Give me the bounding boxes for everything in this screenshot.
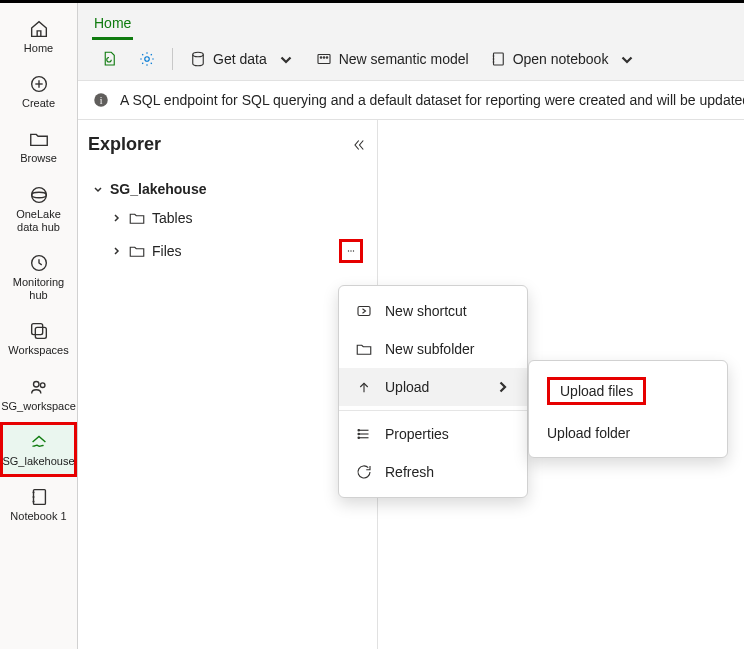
open-notebook-label: Open notebook xyxy=(513,51,609,67)
svg-point-28 xyxy=(353,250,354,251)
tree-files-label: Files xyxy=(152,243,333,259)
svg-point-18 xyxy=(323,57,325,59)
monitor-icon xyxy=(28,252,50,274)
get-data-label: Get data xyxy=(213,51,267,67)
menu-new-subfolder[interactable]: New subfolder xyxy=(339,330,527,368)
gear-icon xyxy=(138,50,156,68)
chevron-right-icon xyxy=(493,378,511,396)
upload-files-highlight: Upload files xyxy=(547,377,646,405)
tree-tables-label: Tables xyxy=(152,210,363,226)
submenu-upload-folder[interactable]: Upload folder xyxy=(529,415,727,451)
rail-sg-lakehouse[interactable]: SG_lakehouse xyxy=(0,422,77,477)
folder-icon xyxy=(128,242,146,260)
rail-sg-lakehouse-label: SG_lakehouse xyxy=(2,455,74,468)
menu-properties-label: Properties xyxy=(385,426,449,442)
svg-point-35 xyxy=(358,437,360,439)
tree-root-label: SG_lakehouse xyxy=(110,181,363,197)
svg-point-26 xyxy=(348,250,349,251)
menu-properties[interactable]: Properties xyxy=(339,415,527,453)
menu-new-subfolder-label: New subfolder xyxy=(385,341,475,357)
app-root: Home Create Browse OneLake data hub Moni… xyxy=(0,0,744,649)
info-text: A SQL endpoint for SQL querying and a de… xyxy=(120,92,744,108)
svg-point-34 xyxy=(358,433,360,435)
svg-point-14 xyxy=(145,57,150,62)
new-semantic-model-button[interactable]: New semantic model xyxy=(307,46,477,72)
workspaces-icon xyxy=(28,320,50,342)
folder-icon xyxy=(28,128,50,150)
rail-home[interactable]: Home xyxy=(0,9,77,64)
refresh-small-button[interactable] xyxy=(92,46,126,72)
upload-submenu: Upload files Upload folder xyxy=(528,360,728,458)
svg-point-33 xyxy=(358,430,360,432)
submenu-upload-files[interactable]: Upload files xyxy=(529,367,727,415)
rail-browse[interactable]: Browse xyxy=(0,119,77,174)
rail-create[interactable]: Create xyxy=(0,64,77,119)
rail-sg-workspace[interactable]: SG_workspace xyxy=(0,367,77,422)
tree-root[interactable]: SG_lakehouse xyxy=(88,175,367,203)
menu-refresh[interactable]: Refresh xyxy=(339,453,527,491)
chevron-down-icon xyxy=(92,183,104,195)
svg-rect-10 xyxy=(33,490,45,505)
ellipsis-icon xyxy=(346,244,356,258)
refresh-icon xyxy=(355,463,373,481)
shortcut-icon xyxy=(355,302,373,320)
rail-onelake[interactable]: OneLake data hub xyxy=(0,175,77,243)
menu-new-shortcut-label: New shortcut xyxy=(385,303,467,319)
explorer-panel: Explorer SG_lakehouse Tables xyxy=(78,120,378,649)
menu-new-shortcut[interactable]: New shortcut xyxy=(339,292,527,330)
rail-notebook1-label: Notebook 1 xyxy=(10,510,66,523)
svg-point-17 xyxy=(320,57,322,59)
rail-monitoring[interactable]: Monitoring hub xyxy=(0,243,77,311)
tree-files[interactable]: Files xyxy=(88,233,367,269)
svg-point-15 xyxy=(193,52,204,57)
rail-onelake-label: OneLake data hub xyxy=(5,208,72,234)
svg-point-19 xyxy=(326,57,328,59)
explorer-header: Explorer xyxy=(88,134,367,169)
open-notebook-button[interactable]: Open notebook xyxy=(481,46,645,72)
rail-browse-label: Browse xyxy=(20,152,57,165)
divider xyxy=(172,48,173,70)
chevron-right-icon xyxy=(110,245,122,257)
svg-rect-29 xyxy=(358,307,370,316)
rail-workspaces-label: Workspaces xyxy=(8,344,68,357)
menu-upload-label: Upload xyxy=(385,379,429,395)
svg-point-4 xyxy=(31,192,46,198)
svg-point-8 xyxy=(33,381,39,387)
svg-rect-7 xyxy=(35,328,46,339)
new-model-label: New semantic model xyxy=(339,51,469,67)
chevron-down-icon xyxy=(277,50,295,68)
rail-home-label: Home xyxy=(24,42,53,55)
more-options-button[interactable] xyxy=(339,239,363,263)
settings-small-button[interactable] xyxy=(130,46,164,72)
submenu-upload-folder-label: Upload folder xyxy=(547,425,630,441)
tree-tables[interactable]: Tables xyxy=(88,203,367,233)
submenu-upload-files-label: Upload files xyxy=(560,383,633,399)
command-bar: Get data New semantic model Open noteboo… xyxy=(78,40,744,80)
database-icon xyxy=(189,50,207,68)
info-icon: i xyxy=(92,91,110,109)
explorer-tree: SG_lakehouse Tables Files xyxy=(88,169,367,269)
menu-refresh-label: Refresh xyxy=(385,464,434,480)
rail-monitoring-label: Monitoring hub xyxy=(5,276,72,302)
folder-icon xyxy=(128,209,146,227)
rail-notebook1[interactable]: Notebook 1 xyxy=(0,477,77,532)
menu-divider xyxy=(339,410,527,411)
rail-workspaces[interactable]: Workspaces xyxy=(0,311,77,366)
chevron-down-icon xyxy=(618,50,636,68)
left-rail: Home Create Browse OneLake data hub Moni… xyxy=(0,3,78,649)
home-icon xyxy=(28,18,50,40)
menu-upload[interactable]: Upload xyxy=(339,368,527,406)
get-data-button[interactable]: Get data xyxy=(181,46,303,72)
info-banner: i A SQL endpoint for SQL querying and a … xyxy=(78,81,744,120)
properties-icon xyxy=(355,425,373,443)
collapse-icon[interactable] xyxy=(349,136,367,154)
svg-point-3 xyxy=(31,187,46,202)
chevron-right-icon xyxy=(110,212,122,224)
main-area: Home Get data New semantic model xyxy=(78,3,744,649)
notebook-icon xyxy=(28,486,50,508)
tab-home[interactable]: Home xyxy=(92,11,133,40)
globe-data-icon xyxy=(28,184,50,206)
files-context-menu: New shortcut New subfolder Upload Proper… xyxy=(338,285,528,498)
content-body: Explorer SG_lakehouse Tables xyxy=(78,120,744,649)
model-icon xyxy=(315,50,333,68)
